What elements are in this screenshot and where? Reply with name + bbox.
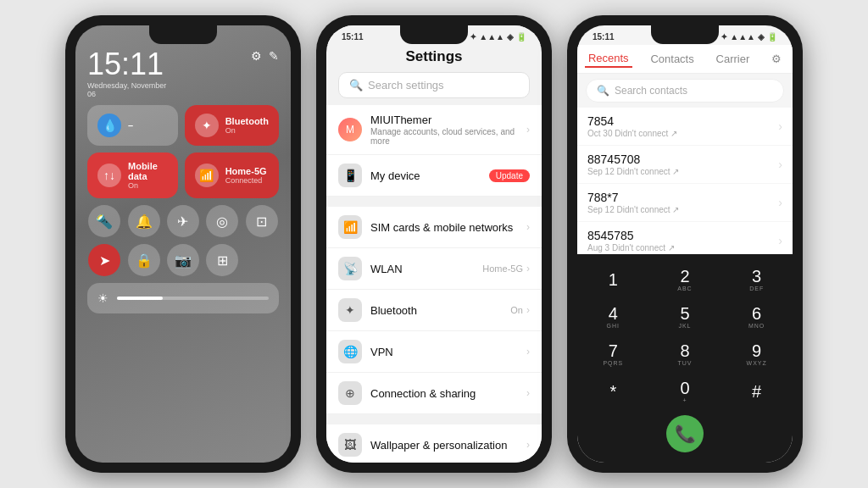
- airplane-button[interactable]: ✈: [167, 205, 199, 237]
- cc-tile-mobile-data[interactable]: ↑↓ Mobile data On: [87, 152, 178, 198]
- numpad-key-4[interactable]: 4 GHI: [577, 298, 649, 336]
- numpad-key-3[interactable]: 3 DEF: [721, 261, 793, 298]
- numpad-key-0[interactable]: 0 +: [649, 373, 721, 410]
- recent-chevron-1: ›: [778, 158, 782, 171]
- settings-item-connection-sharing[interactable]: ⊕ Connection & sharing ›: [326, 373, 542, 414]
- connection-sharing-icon: ⊕: [338, 381, 362, 405]
- brightness-bar[interactable]: [117, 297, 269, 300]
- cc-tile-water[interactable]: 💧 –: [87, 105, 178, 146]
- water-icon: 💧: [97, 114, 121, 137]
- recent-item-0[interactable]: 7854 Oct 30 Didn't connect ↗ ›: [577, 108, 793, 146]
- flashlight-button[interactable]: 🔦: [88, 205, 120, 237]
- battery-status-icon: 🔋: [516, 32, 526, 42]
- camera-button[interactable]: 📷: [167, 244, 199, 276]
- numpad-key-hash[interactable]: #: [721, 373, 793, 410]
- tab-contacts[interactable]: Contacts: [647, 51, 697, 67]
- wlan-title: WLAN: [370, 263, 474, 275]
- cc-tile-water-info: –: [128, 120, 168, 130]
- settings-icon[interactable]: ⚙: [251, 49, 262, 63]
- cc-tile-bluetooth[interactable]: ✦ Bluetooth On: [185, 105, 279, 146]
- recent-info-3: 8545785 Aug 3 Didn't connect ↗: [587, 229, 675, 252]
- wlan-value: Home-5G: [482, 263, 523, 274]
- connection-sharing-chevron: ›: [526, 387, 530, 399]
- vpn-right: ›: [526, 346, 530, 358]
- sim-icon: 📶: [338, 215, 362, 239]
- call-button[interactable]: 📞: [666, 415, 704, 452]
- settings-search-bar[interactable]: 🔍 Search settings: [338, 72, 530, 98]
- notch-1: [149, 25, 217, 44]
- numpad-call-row: 📞: [577, 410, 793, 459]
- sim-right: ›: [526, 221, 530, 233]
- dialer-search-bar[interactable]: 🔍 Search contacts: [586, 79, 784, 103]
- recent-item-1[interactable]: 88745708 Sep 12 Didn't connect ↗ ›: [577, 146, 793, 184]
- numpad-key-star[interactable]: *: [577, 373, 649, 410]
- numpad-key-9[interactable]: 9 WXYZ: [721, 336, 793, 373]
- numpad-key-8[interactable]: 8 TUV: [649, 336, 721, 373]
- sim-info: SIM cards & mobile networks: [370, 221, 518, 234]
- recent-detail-2: Sep 12 Didn't connect ↗: [587, 205, 679, 214]
- tab-recents[interactable]: Recents: [585, 50, 632, 68]
- phone-3: 15:11 ✦ ▲▲▲ ◈ 🔋 Recents Contacts Carrier…: [567, 15, 803, 473]
- phone-1: 15:11 Wednesday, November 06 ⚙ ✎ 💧 –: [65, 15, 301, 473]
- cc-bt-sub: On: [225, 126, 269, 135]
- connection-sharing-info: Connection & sharing: [370, 387, 518, 400]
- tab-carrier[interactable]: Carrier: [713, 51, 754, 67]
- focus-button[interactable]: ◎: [206, 205, 238, 237]
- notification-button[interactable]: 🔔: [128, 205, 160, 237]
- tab-settings-icon[interactable]: ⚙: [768, 51, 785, 67]
- cc-tile-wifi[interactable]: 📶 Home-5G Connected: [185, 152, 279, 198]
- dialer-battery-icon: 🔋: [767, 32, 777, 42]
- cc-time-block: 15:11 Wednesday, November 06: [87, 49, 166, 98]
- recent-item-3[interactable]: 8545785 Aug 3 Didn't connect ↗ ›: [577, 222, 793, 254]
- notch-2: [400, 25, 468, 44]
- cc-tile-data-info: Mobile data On: [128, 161, 168, 190]
- mobile-data-icon: ↑↓: [97, 164, 121, 187]
- numpad-key-6[interactable]: 6 MNO: [721, 298, 793, 336]
- recent-item-2[interactable]: 788*7 Sep 12 Didn't connect ↗ ›: [577, 184, 793, 222]
- bt-info: Bluetooth: [370, 304, 502, 317]
- bt-chevron: ›: [526, 304, 530, 316]
- wlan-icon: 📡: [338, 257, 362, 280]
- search-icon: 🔍: [349, 79, 363, 92]
- settings-section-display: 🖼 Wallpaper & personalization › 🔒 Always…: [326, 424, 542, 463]
- numpad-key-5[interactable]: 5 JKL: [649, 298, 721, 336]
- section-divider-1: [326, 200, 542, 207]
- mydevice-icon: 📱: [338, 164, 362, 187]
- settings-item-bluetooth[interactable]: ✦ Bluetooth On ›: [326, 290, 542, 331]
- dialer-search-icon: 🔍: [597, 85, 609, 97]
- numpad-key-7[interactable]: 7 PQRS: [577, 336, 649, 373]
- recent-number-3: 8545785: [587, 229, 675, 242]
- recent-chevron-3: ›: [778, 234, 782, 247]
- search-placeholder: Search settings: [368, 79, 444, 92]
- recent-number-0: 7854: [587, 114, 677, 128]
- bt-status-icon: ✦: [470, 32, 476, 42]
- brightness-control[interactable]: ☀: [87, 283, 279, 313]
- recent-detail-0: Oct 30 Didn't connect ↗: [587, 129, 677, 138]
- update-badge: Update: [489, 169, 530, 182]
- extra-button[interactable]: ⊡: [246, 205, 278, 237]
- settings-item-wallpaper[interactable]: 🖼 Wallpaper & personalization ›: [326, 424, 542, 463]
- settings-item-mydevice[interactable]: 📱 My device Update: [326, 155, 542, 197]
- vpn-chevron: ›: [526, 346, 530, 358]
- settings-item-miui[interactable]: M MIUIThemer Manage accounts, cloud serv…: [326, 105, 542, 155]
- cc-top-bar: 15:11 Wednesday, November 06 ⚙ ✎: [87, 49, 279, 98]
- settings-item-sim[interactable]: 📶 SIM cards & mobile networks ›: [326, 207, 542, 248]
- wifi-icon: 📶: [195, 164, 219, 187]
- dialer-search-placeholder: Search contacts: [615, 85, 687, 97]
- screenshot-button[interactable]: ⊞: [206, 244, 238, 276]
- wallpaper-chevron: ›: [526, 439, 530, 451]
- dialer-screen: 15:11 ✦ ▲▲▲ ◈ 🔋 Recents Contacts Carrier…: [577, 25, 793, 463]
- lock-button[interactable]: 🔒: [128, 244, 160, 276]
- settings-item-wlan[interactable]: 📡 WLAN Home-5G ›: [326, 248, 542, 290]
- notch-3: [651, 25, 719, 44]
- settings-bt-icon: ✦: [338, 298, 362, 322]
- edit-icon[interactable]: ✎: [269, 49, 279, 63]
- recent-detail-3: Aug 3 Didn't connect ↗: [587, 243, 675, 252]
- cc-wifi-title: Home-5G: [225, 166, 269, 176]
- numpad-key-2[interactable]: 2 ABC: [649, 261, 721, 298]
- numpad-key-1[interactable]: 1: [577, 261, 649, 298]
- settings-item-vpn[interactable]: 🌐 VPN ›: [326, 331, 542, 373]
- signal-status-icon: ▲▲▲: [479, 32, 504, 42]
- miui-avatar: M: [338, 118, 362, 141]
- location-button[interactable]: ➤: [88, 244, 120, 276]
